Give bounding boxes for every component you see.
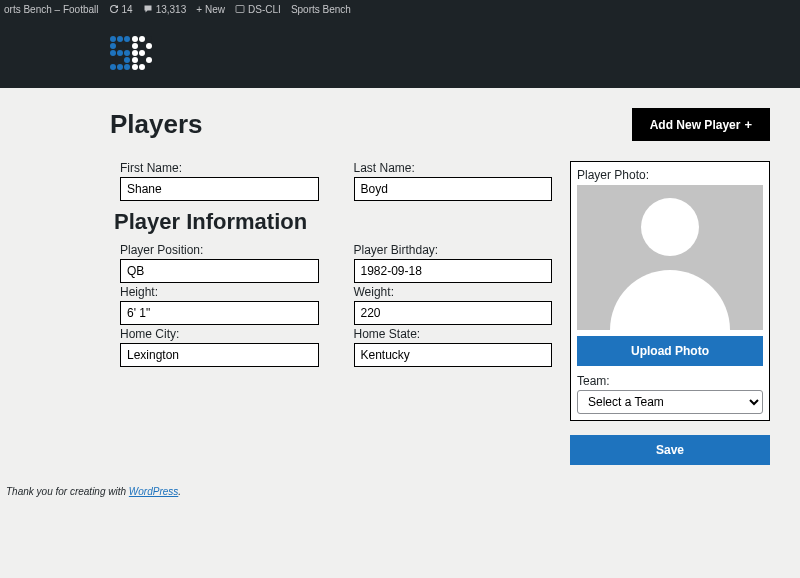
photo-label: Player Photo: bbox=[577, 168, 763, 182]
photo-placeholder bbox=[577, 185, 763, 330]
position-input[interactable] bbox=[120, 259, 319, 283]
footer-suffix: . bbox=[178, 486, 181, 497]
admin-bar-updates[interactable]: 14 bbox=[109, 4, 133, 15]
admin-bar-comments[interactable]: 13,313 bbox=[143, 4, 187, 15]
plus-icon: + bbox=[744, 117, 752, 132]
admin-bar-new[interactable]: + New bbox=[196, 4, 225, 15]
updates-icon bbox=[109, 4, 119, 14]
first-name-label: First Name: bbox=[120, 161, 319, 175]
svg-rect-0 bbox=[236, 6, 244, 13]
upload-photo-button[interactable]: Upload Photo bbox=[577, 336, 763, 366]
save-button[interactable]: Save bbox=[570, 435, 770, 465]
height-label: Height: bbox=[120, 285, 319, 299]
admin-bar-site[interactable]: orts Bench – Football bbox=[4, 4, 99, 15]
home-state-label: Home State: bbox=[354, 327, 553, 341]
comments-count: 13,313 bbox=[156, 4, 187, 15]
new-label: New bbox=[205, 4, 225, 15]
wordpress-link[interactable]: WordPress bbox=[129, 486, 178, 497]
team-select[interactable]: Select a Team bbox=[577, 390, 763, 414]
updates-count: 14 bbox=[122, 4, 133, 15]
logo-s bbox=[110, 36, 130, 70]
header-banner bbox=[0, 18, 800, 88]
photo-box: Player Photo: Upload Photo Team: Select … bbox=[570, 161, 770, 421]
birthday-input[interactable] bbox=[354, 259, 553, 283]
terminal-icon bbox=[235, 4, 245, 14]
height-input[interactable] bbox=[120, 301, 319, 325]
weight-input[interactable] bbox=[354, 301, 553, 325]
site-label: orts Bench – Football bbox=[4, 4, 99, 15]
right-column: Player Photo: Upload Photo Team: Select … bbox=[570, 161, 770, 465]
home-city-label: Home City: bbox=[120, 327, 319, 341]
avatar-silhouette-icon bbox=[610, 190, 730, 330]
footer-credit: Thank you for creating with WordPress. bbox=[2, 480, 185, 503]
add-button-label: Add New Player bbox=[650, 118, 741, 132]
admin-bar-dscli[interactable]: DS-CLI bbox=[235, 4, 281, 15]
left-column: First Name: Last Name: Player Informatio… bbox=[120, 161, 552, 465]
form-area: First Name: Last Name: Player Informatio… bbox=[0, 161, 800, 465]
logo bbox=[110, 36, 152, 70]
weight-label: Weight: bbox=[354, 285, 553, 299]
position-label: Player Position: bbox=[120, 243, 319, 257]
page-title: Players bbox=[110, 109, 203, 140]
plus-icon: + bbox=[196, 4, 202, 15]
team-label: Team: bbox=[577, 374, 763, 388]
page-header: Players Add New Player + bbox=[0, 108, 800, 141]
content: Players Add New Player + First Name: Las… bbox=[0, 88, 800, 465]
comment-icon bbox=[143, 4, 153, 14]
add-player-button[interactable]: Add New Player + bbox=[632, 108, 770, 141]
admin-bar: orts Bench – Football 14 13,313 + New DS… bbox=[0, 0, 800, 18]
admin-bar-sports-bench[interactable]: Sports Bench bbox=[291, 4, 351, 15]
last-name-input[interactable] bbox=[354, 177, 553, 201]
logo-b bbox=[132, 36, 152, 70]
last-name-label: Last Name: bbox=[354, 161, 553, 175]
birthday-label: Player Birthday: bbox=[354, 243, 553, 257]
home-state-input[interactable] bbox=[354, 343, 553, 367]
sports-bench-label: Sports Bench bbox=[291, 4, 351, 15]
dscli-label: DS-CLI bbox=[248, 4, 281, 15]
home-city-input[interactable] bbox=[120, 343, 319, 367]
footer-text: Thank you for creating with bbox=[6, 486, 129, 497]
first-name-input[interactable] bbox=[120, 177, 319, 201]
player-info-title: Player Information bbox=[114, 209, 552, 235]
